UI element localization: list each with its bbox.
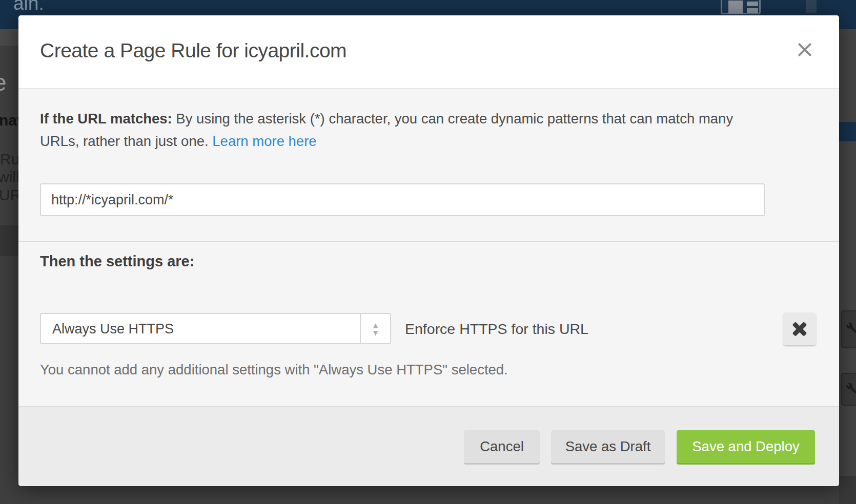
background-band xyxy=(839,476,856,504)
setting-select[interactable]: Always Use HTTPS ▲ ▼ xyxy=(40,313,391,344)
page: ain. e nav Ru will UR Create a Page Rule… xyxy=(0,0,856,504)
header-icon-fragment xyxy=(806,0,817,13)
close-button[interactable] xyxy=(791,36,819,64)
background-band xyxy=(0,225,18,256)
remove-setting-button[interactable] xyxy=(783,312,816,345)
select-stepper: ▲ ▼ xyxy=(360,314,390,343)
close-icon xyxy=(795,40,814,59)
background-setting-button-fragment xyxy=(841,310,856,348)
background-header-text-fragment: ain. xyxy=(13,0,44,14)
learn-more-link[interactable]: Learn more here xyxy=(212,133,316,149)
setting-description: Enforce HTTPS for this URL xyxy=(405,321,588,338)
url-match-label: If the URL matches: xyxy=(40,111,172,127)
section-divider xyxy=(18,241,839,242)
chevron-down-icon: ▼ xyxy=(373,330,378,335)
cancel-button[interactable]: Cancel xyxy=(464,430,540,463)
modal-title: Create a Page Rule for icyapril.com xyxy=(40,39,347,62)
settings-heading: Then the settings are: xyxy=(40,253,194,270)
settings-note: You cannot add any additional settings w… xyxy=(40,362,508,378)
url-pattern-input[interactable] xyxy=(40,183,765,216)
setting-select-value: Always Use HTTPS xyxy=(52,321,174,337)
background-text-fragment: e xyxy=(0,69,7,96)
wrench-icon xyxy=(844,321,856,334)
remove-icon xyxy=(792,321,807,337)
create-page-rule-modal: Create a Page Rule for icyapril.com If t… xyxy=(18,15,839,486)
cards-layout-icon xyxy=(721,0,761,14)
background-setting-button-fragment xyxy=(841,373,856,406)
modal-footer: Cancel Save as Draft Save and Deploy xyxy=(18,406,839,486)
background-right-strip xyxy=(839,29,856,504)
background-text-fragment: will xyxy=(0,169,19,186)
save-as-draft-button[interactable]: Save as Draft xyxy=(551,430,665,463)
background-band xyxy=(0,29,18,46)
modal-header: Create a Page Rule for icyapril.com xyxy=(18,15,839,89)
url-match-description: If the URL matches: By using the asteris… xyxy=(40,108,755,153)
background-text-fragment: Ru xyxy=(0,151,19,168)
wrench-icon xyxy=(844,381,856,394)
background-blue-button-fragment xyxy=(839,122,856,141)
save-and-deploy-button[interactable]: Save and Deploy xyxy=(677,430,815,463)
chevron-up-icon: ▲ xyxy=(373,322,378,327)
